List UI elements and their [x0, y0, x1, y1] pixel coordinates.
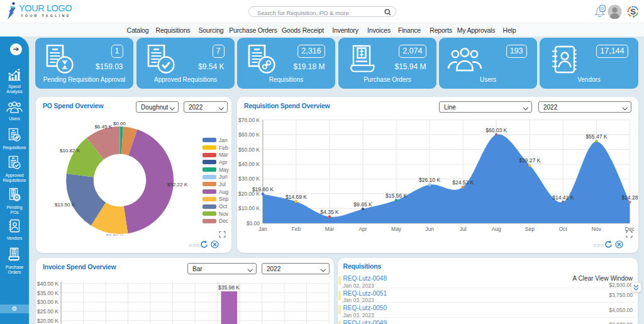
svg-text:$70.00 K: $70.00 K — [238, 117, 260, 123]
svg-text:$40.00 K: $40.00 K — [37, 282, 58, 287]
svg-text:$20.00 K: $20.00 K — [37, 318, 58, 324]
svg-text:$9.65 K: $9.65 K — [353, 201, 372, 208]
svg-text:$10.00 K: $10.00 K — [238, 205, 260, 211]
svg-text:Feb: Feb — [292, 226, 301, 232]
svg-text:Aug: Aug — [492, 226, 501, 232]
svg-text:$60.03 K: $60.03 K — [486, 127, 507, 133]
svg-text:$14.41 K: $14.41 K — [552, 194, 574, 201]
svg-text:May: May — [391, 226, 402, 232]
svg-text:$30.00 K: $30.00 K — [37, 299, 58, 305]
svg-text:$14.28: $14.28 — [621, 194, 638, 201]
svg-text:$0.00: $0.00 — [247, 220, 260, 226]
svg-text:Jul: Jul — [460, 226, 467, 232]
svg-text:$24.53 K: $24.53 K — [452, 179, 474, 186]
svg-text:Oct: Oct — [559, 226, 568, 232]
svg-text:Jan: Jan — [258, 226, 267, 232]
svg-text:$4.35 K: $4.35 K — [320, 209, 339, 215]
svg-text:$13.50 K: $13.50 K — [55, 202, 75, 208]
svg-text:0: 0 — [601, 6, 604, 11]
svg-text:$8.76 K: $8.76 K — [106, 233, 123, 235]
svg-text:$0.00: $0.00 — [113, 121, 126, 126]
svg-text:Mar: Mar — [325, 226, 335, 232]
svg-text:$50.00 K: $50.00 K — [238, 147, 260, 153]
svg-text:$19.80 K: $19.80 K — [252, 186, 274, 193]
svg-text:$35.00 K: $35.00 K — [37, 290, 58, 296]
svg-text:$14.69 K: $14.69 K — [286, 194, 307, 200]
svg-text:Sep: Sep — [525, 226, 535, 232]
svg-text:$32.22 K: $32.22 K — [167, 182, 188, 187]
svg-text:Apr: Apr — [358, 226, 367, 232]
svg-text:$60.00 K: $60.00 K — [238, 131, 260, 138]
svg-text:Jun: Jun — [425, 226, 434, 232]
svg-text:$15.56 K: $15.56 K — [386, 193, 407, 199]
svg-text:$55.47 K: $55.47 K — [586, 133, 607, 140]
svg-text:$40.00 K: $40.00 K — [238, 161, 260, 167]
svg-text:S: S — [630, 7, 636, 16]
svg-text:Nov: Nov — [592, 226, 602, 232]
svg-text:$10.82 K: $10.82 K — [60, 148, 80, 154]
svg-text:$25.00 K: $25.00 K — [37, 308, 58, 315]
svg-text:$30.00 K: $30.00 K — [238, 176, 260, 182]
svg-text:$6.45 K: $6.45 K — [94, 124, 112, 130]
svg-text:$39.27 K: $39.27 K — [519, 157, 540, 164]
svg-text:$35.98 K: $35.98 K — [218, 284, 240, 291]
svg-text:$26.10 K: $26.10 K — [419, 177, 440, 183]
